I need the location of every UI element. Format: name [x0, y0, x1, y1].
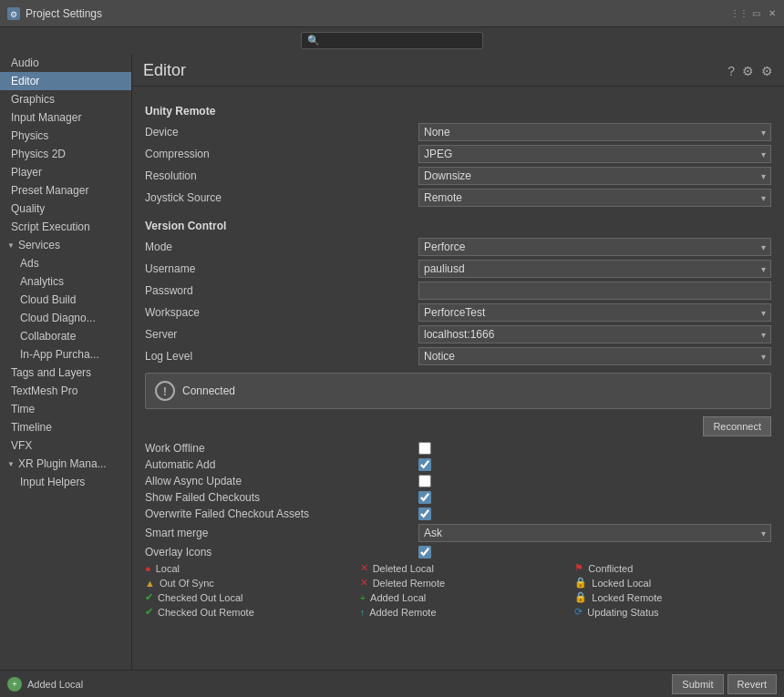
- sidebar-item-quality[interactable]: Quality: [0, 200, 131, 218]
- workspace-row: Workspace PerforceTest: [145, 303, 771, 322]
- more-options-btn[interactable]: ⋮⋮: [733, 7, 746, 20]
- window-controls: ⋮⋮ ▭ ✕: [733, 7, 779, 20]
- sidebar-item-time[interactable]: Time: [0, 400, 131, 418]
- svg-text:⚙: ⚙: [10, 10, 17, 19]
- updating-status-icon: ⟳: [574, 606, 583, 618]
- search-input[interactable]: [324, 36, 477, 46]
- legend-updating-status: ⟳ Updating Status: [574, 606, 771, 618]
- expand-triangle: ▼: [7, 241, 15, 250]
- show-failed-label: Show Failed Checkouts: [145, 491, 418, 504]
- loglevel-dropdown[interactable]: Verbose Info Notice Warning Error Fatal: [418, 347, 771, 365]
- async-update-checkbox[interactable]: [418, 475, 431, 487]
- sidebar-item-timeline[interactable]: Timeline: [0, 418, 131, 436]
- settings-icon[interactable]: ⚙: [761, 64, 773, 78]
- username-dropdown[interactable]: pauliusd: [418, 260, 771, 278]
- sidebar-item-graphics[interactable]: Graphics: [0, 90, 131, 108]
- legend-deleted-local: ✕ Deleted Local: [360, 562, 557, 574]
- version-control-title: Version Control: [145, 220, 771, 232]
- sidebar-item-script-execution[interactable]: Script Execution: [0, 218, 131, 236]
- sidebar-item-player[interactable]: Player: [0, 163, 131, 181]
- compression-row: Compression JPEG PNG: [145, 145, 771, 163]
- server-dropdown[interactable]: localhost:1666: [418, 325, 771, 343]
- sidebar-item-preset-manager[interactable]: Preset Manager: [0, 181, 131, 200]
- mode-dropdown[interactable]: Visible Meta Files Perforce PlasticSCM: [418, 238, 771, 256]
- sidebar-item-physics-2d[interactable]: Physics 2D: [0, 145, 131, 163]
- automatic-add-checkbox[interactable]: [418, 458, 431, 471]
- search-icon: 🔍: [307, 35, 320, 46]
- smart-merge-dropdown[interactable]: Ask Accept Mine Accept Theirs Off: [418, 524, 771, 542]
- legend-added-local: + Added Local: [360, 591, 557, 603]
- reconnect-button[interactable]: Reconnect: [703, 416, 771, 436]
- resolution-dropdown[interactable]: Downsize Normal: [418, 167, 771, 185]
- sidebar-item-input-manager[interactable]: Input Manager: [0, 108, 131, 127]
- minimize-btn[interactable]: ▭: [749, 7, 762, 20]
- sidebar-item-services[interactable]: ▼ Services: [0, 236, 131, 254]
- automatic-add-label: Automatic Add: [145, 458, 418, 471]
- password-row: Password: [145, 282, 771, 300]
- overwrite-failed-row: Overwrite Failed Checkout Assets: [145, 507, 771, 520]
- resolution-row: Resolution Downsize Normal: [145, 167, 771, 185]
- sliders-icon[interactable]: ⚙: [742, 64, 754, 78]
- submit-button[interactable]: Submit: [672, 674, 723, 694]
- overwrite-failed-checkbox[interactable]: [418, 507, 431, 520]
- close-btn[interactable]: ✕: [766, 7, 779, 20]
- overlay-icons-checkbox[interactable]: [418, 546, 431, 559]
- sidebar-item-editor[interactable]: Editor: [0, 72, 131, 90]
- work-offline-checkbox[interactable]: [418, 442, 431, 455]
- help-icon[interactable]: ?: [727, 64, 735, 78]
- sidebar-item-textmesh-pro[interactable]: TextMesh Pro: [0, 382, 131, 400]
- automatic-add-wrap: [418, 458, 771, 471]
- overwrite-failed-wrap: [418, 507, 771, 520]
- show-failed-checkbox[interactable]: [418, 491, 431, 504]
- show-failed-wrap: [418, 491, 771, 504]
- joystick-row: Joystick Source Remote Local: [145, 189, 771, 207]
- joystick-label: Joystick Source: [145, 191, 418, 204]
- device-dropdown-wrap: None Any iOS Device Any Android Device: [418, 123, 771, 141]
- revert-button[interactable]: Revert: [727, 674, 777, 694]
- main-content: Editor ? ⚙ ⚙ Unity Remote Device None: [132, 54, 784, 670]
- checked-out-remote-icon: ✔: [145, 606, 153, 618]
- bottom-bar: + Added Local Submit Revert: [0, 670, 784, 697]
- sidebar-item-physics[interactable]: Physics: [0, 127, 131, 145]
- compression-dropdown[interactable]: JPEG PNG: [418, 145, 771, 163]
- bottom-left: + Added Local: [7, 677, 83, 692]
- sidebar-item-cloud-diagnostics[interactable]: Cloud Diagno...: [0, 309, 131, 327]
- show-failed-row: Show Failed Checkouts: [145, 491, 771, 504]
- overlay-icons-label: Overlay Icons: [145, 546, 418, 559]
- sidebar-item-audio[interactable]: Audio: [0, 54, 131, 72]
- bottom-status-label: Added Local: [27, 679, 83, 690]
- search-bar: 🔍: [0, 27, 784, 54]
- legend-deleted-remote: ✕ Deleted Remote: [360, 577, 557, 589]
- sidebar-item-ads[interactable]: Ads: [0, 254, 131, 272]
- sidebar-item-vfx[interactable]: VFX: [0, 436, 131, 455]
- username-label: Username: [145, 262, 418, 275]
- compression-dropdown-wrap: JPEG PNG: [418, 145, 771, 163]
- unity-remote-title: Unity Remote: [145, 105, 771, 118]
- joystick-dropdown[interactable]: Remote Local: [418, 189, 771, 207]
- sidebar-item-collaborate[interactable]: Collaborate: [0, 327, 131, 345]
- legend-locked-remote: 🔒 Locked Remote: [574, 591, 771, 603]
- sidebar-item-input-helpers[interactable]: Input Helpers: [0, 473, 131, 491]
- legend-locked-local: 🔒 Locked Local: [574, 577, 771, 589]
- legend-conflicted: ⚑ Conflicted: [574, 562, 771, 574]
- sidebar-item-xr-plugin[interactable]: ▼ XR Plugin Mana...: [0, 455, 131, 473]
- resolution-dropdown-wrap: Downsize Normal: [418, 167, 771, 185]
- deleted-local-icon: ✕: [360, 562, 368, 574]
- workspace-dropdown[interactable]: PerforceTest: [418, 303, 771, 322]
- device-dropdown[interactable]: None Any iOS Device Any Android Device: [418, 123, 771, 141]
- header-icons: ? ⚙ ⚙: [727, 64, 773, 78]
- password-input[interactable]: [418, 282, 771, 300]
- title-bar: ⚙ Project Settings ⋮⋮ ▭ ✕: [0, 0, 784, 27]
- sidebar-item-analytics[interactable]: Analytics: [0, 272, 131, 291]
- joystick-dropdown-wrap: Remote Local: [418, 189, 771, 207]
- bottom-right: Submit Revert: [672, 674, 777, 694]
- sidebar-item-in-app-purchase[interactable]: In-App Purcha...: [0, 345, 131, 364]
- sidebar-item-tags-and-layers[interactable]: Tags and Layers: [0, 364, 131, 382]
- local-icon: ●: [145, 563, 151, 574]
- sidebar-item-cloud-build[interactable]: Cloud Build: [0, 291, 131, 309]
- legend-added-remote: ↑ Added Remote: [360, 606, 557, 618]
- compression-label: Compression: [145, 148, 418, 160]
- app-icon: ⚙: [7, 7, 20, 20]
- added-remote-icon: ↑: [360, 607, 366, 618]
- loglevel-label: Log Level: [145, 350, 418, 363]
